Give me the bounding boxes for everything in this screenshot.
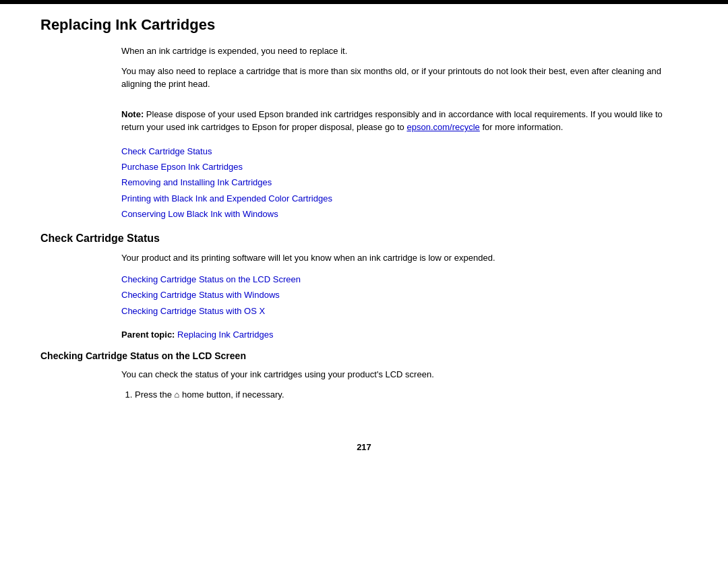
note-bold-label: Note: xyxy=(121,109,144,119)
parent-topic-label: Parent topic: xyxy=(121,330,175,340)
paragraph-1: When an ink cartridge is expended, you n… xyxy=(121,44,688,58)
main-title: Replacing Ink Cartridges xyxy=(40,16,688,34)
note-paragraph: Note: Please dispose of your used Epson … xyxy=(121,108,688,134)
main-link-list: Check Cartridge Status Purchase Epson In… xyxy=(121,144,688,222)
note-after-text: for more information. xyxy=(480,122,564,132)
link-checking-osx[interactable]: Checking Cartridge Status with OS X xyxy=(121,303,688,319)
note-text: Please dispose of your used Epson brande… xyxy=(121,109,663,133)
lcd-section-title: Checking Cartridge Status on the LCD Scr… xyxy=(40,350,688,361)
top-border xyxy=(0,0,728,4)
link-checking-windows[interactable]: Checking Cartridge Status with Windows xyxy=(121,287,688,303)
page-container: Replacing Ink Cartridges When an ink car… xyxy=(0,0,728,562)
check-cartridge-title: Check Cartridge Status xyxy=(40,232,688,245)
link-check-cartridge-status[interactable]: Check Cartridge Status xyxy=(121,144,688,159)
parent-topic-link[interactable]: Replacing Ink Cartridges xyxy=(177,330,273,340)
epson-recycle-link[interactable]: epson.com/recycle xyxy=(406,122,479,132)
parent-topic-line: Parent topic: Replacing Ink Cartridges xyxy=(121,330,688,340)
paragraph-2: You may also need to replace a cartridge… xyxy=(121,65,688,91)
link-removing-installing[interactable]: Removing and Installing Ink Cartridges xyxy=(121,175,688,190)
lcd-description: You can check the status of your ink car… xyxy=(121,368,688,381)
link-purchase-epson[interactable]: Purchase Epson Ink Cartridges xyxy=(121,159,688,175)
content-area: Replacing Ink Cartridges When an ink car… xyxy=(0,16,728,493)
page-number: 217 xyxy=(40,442,688,466)
step-1: Press the ⌂ home button, if necessary. xyxy=(135,388,688,402)
check-cartridge-description: Your product and its printing software w… xyxy=(121,251,688,265)
check-cartridge-link-list: Checking Cartridge Status on the LCD Scr… xyxy=(121,272,688,319)
link-conserving-low-black[interactable]: Conserving Low Black Ink with Windows xyxy=(121,206,688,222)
steps-list: Press the ⌂ home button, if necessary. xyxy=(135,388,688,402)
link-checking-lcd[interactable]: Checking Cartridge Status on the LCD Scr… xyxy=(121,272,688,287)
link-printing-black[interactable]: Printing with Black Ink and Expended Col… xyxy=(121,191,688,206)
home-icon: ⌂ xyxy=(175,389,180,400)
